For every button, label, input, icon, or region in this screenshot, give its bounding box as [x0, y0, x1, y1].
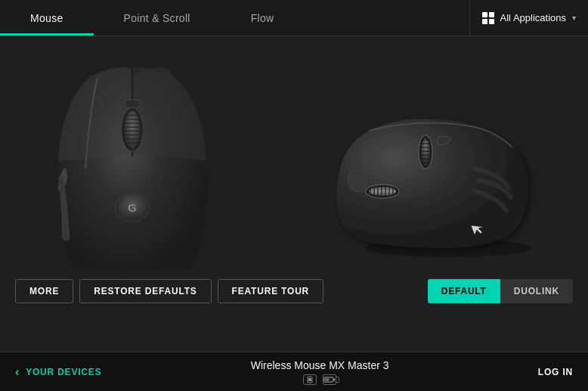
restore-defaults-button[interactable]: RESTORE DEFAULTS	[79, 279, 211, 303]
feature-tour-button[interactable]: FEATURE TOUR	[218, 279, 324, 303]
svg-rect-11	[125, 100, 141, 107]
svg-rect-37	[308, 378, 311, 381]
your-devices-button[interactable]: ‹ YOUR DEVICES	[15, 365, 101, 379]
all-applications-button[interactable]: All Applications ▾	[469, 0, 588, 36]
apps-grid-icon	[482, 12, 494, 24]
chevron-left-icon: ‹	[15, 365, 20, 379]
device-status-icons	[101, 374, 537, 385]
svg-point-25	[369, 187, 396, 196]
svg-rect-39	[333, 378, 335, 380]
device-name: Wireless Mouse MX Master 3	[101, 359, 537, 371]
tab-flow[interactable]: Flow	[221, 0, 305, 36]
more-button[interactable]: MORE	[15, 279, 73, 303]
tab-point-scroll[interactable]: Point & Scroll	[94, 0, 221, 36]
toolbar-right-buttons: DEFAULT DUOLINK	[428, 279, 573, 303]
mouse-side-view	[323, 97, 535, 271]
usb-receiver-icon	[303, 374, 317, 385]
svg-text:G: G	[128, 202, 136, 214]
footer: ‹ YOUR DEVICES Wireless Mouse MX Master …	[0, 352, 588, 391]
mouse-top-view: G	[45, 51, 219, 293]
tab-mouse[interactable]: Mouse	[0, 0, 94, 36]
svg-rect-40	[325, 378, 330, 381]
default-button[interactable]: DEFAULT	[428, 279, 500, 303]
main-content: G	[0, 36, 588, 352]
toolbar: MORE RESTORE DEFAULTS FEATURE TOUR DEFAU…	[0, 270, 588, 312]
svg-point-16	[421, 138, 430, 166]
log-in-button[interactable]: LOG IN	[538, 367, 573, 377]
toolbar-left-buttons: MORE RESTORE DEFAULTS FEATURE TOUR	[15, 279, 428, 303]
header: Mouse Point & Scroll Flow All Applicatio…	[0, 0, 588, 36]
battery-icon	[323, 374, 336, 385]
chevron-down-icon: ▾	[572, 14, 576, 22]
device-info: Wireless Mouse MX Master 3	[101, 359, 537, 385]
nav-tabs: Mouse Point & Scroll Flow	[0, 0, 469, 36]
duolink-button[interactable]: DUOLINK	[500, 279, 573, 303]
